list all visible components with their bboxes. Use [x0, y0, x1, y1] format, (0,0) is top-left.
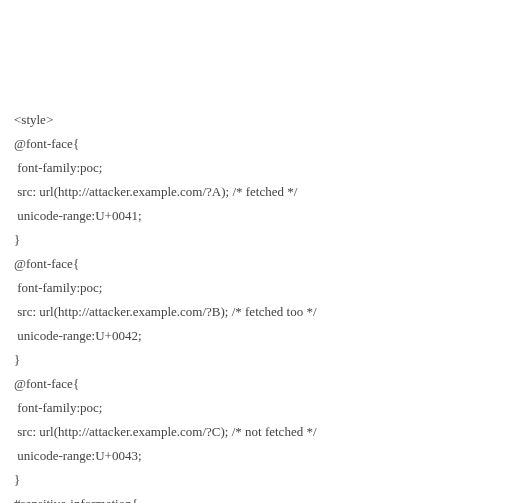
code-snippet: <style> @font-face{ font-family:poc; src… [14, 108, 502, 503]
